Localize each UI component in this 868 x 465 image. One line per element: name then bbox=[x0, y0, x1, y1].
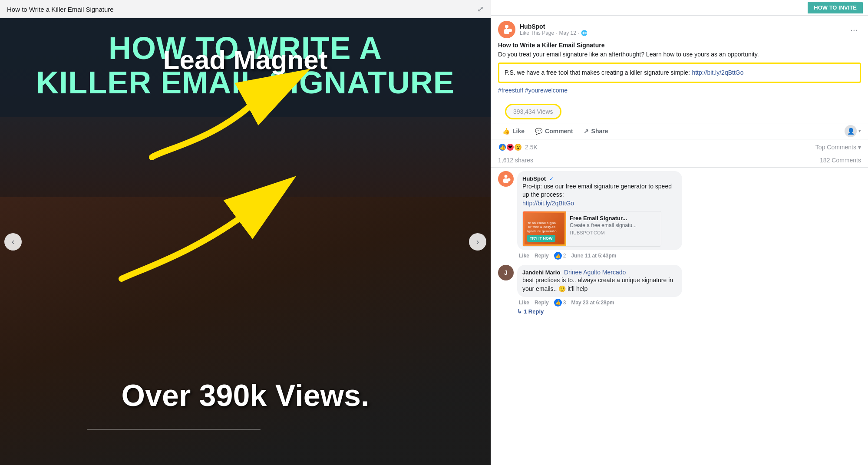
comments-count[interactable]: 182 Comments bbox=[820, 157, 861, 164]
jandehl-comment-date: May 23 at 6:28pm bbox=[571, 300, 614, 306]
viewer-dropdown[interactable]: ▾ bbox=[858, 128, 861, 134]
ps-box: P.S. we have a free tool that makes crea… bbox=[498, 63, 861, 83]
link-preview-img-inner: te an email signa ur free & easy-to igna… bbox=[525, 213, 564, 244]
tagged-user[interactable]: Drinee Agulto Mercado bbox=[564, 269, 626, 276]
hashtags: #freestuff #yourewelcome bbox=[498, 86, 861, 94]
like-reaction: 👍 bbox=[498, 143, 507, 152]
author-meta: Like This Page · May 12 · 🌐 bbox=[520, 30, 587, 36]
reply-section: ↳ 1 Reply bbox=[517, 308, 861, 315]
shares-count[interactable]: 1,612 shares bbox=[498, 157, 533, 164]
views-area: 393,434 Views bbox=[491, 99, 868, 123]
like-reaction-small: 👍 bbox=[554, 252, 562, 260]
hubspot-comment-reactions: 👍 2 bbox=[554, 252, 566, 260]
post-content: How to Write a Killer Email Signature Do… bbox=[491, 42, 868, 99]
how-to-invite-button[interactable]: HOW TO INVITE bbox=[808, 2, 863, 13]
overlay-views: Over 390k Views. bbox=[122, 378, 370, 413]
jandehl-like-btn[interactable]: Like bbox=[519, 300, 529, 306]
hubspot-comment-link[interactable]: http://bit.ly/2qBttGo bbox=[522, 200, 574, 207]
jandehl-comment-reactions: 👍 3 bbox=[554, 299, 566, 307]
reply-count-label: 1 Reply bbox=[524, 308, 544, 315]
like-this-page[interactable]: Like This Page bbox=[520, 30, 554, 36]
love-reaction: ❤ bbox=[506, 143, 515, 152]
jandehl-comment-text: best practices is to.. always create a u… bbox=[522, 276, 677, 293]
wow-reaction: 😮 bbox=[514, 143, 522, 152]
privacy-icon: 🌐 bbox=[581, 30, 587, 36]
link-preview-desc: Create a free email signatu... bbox=[570, 222, 657, 228]
hashtag-text[interactable]: #freestuff #yourewelcome bbox=[498, 87, 568, 94]
views-count: 393,434 Views bbox=[513, 108, 553, 115]
more-options-button[interactable]: ··· bbox=[847, 23, 861, 36]
expand-icon[interactable]: ⤢ bbox=[477, 4, 484, 14]
comment-icon: 💬 bbox=[535, 128, 542, 135]
svg-line-6 bbox=[509, 29, 510, 30]
post-body: Do you treat your email signature like a… bbox=[498, 50, 861, 59]
link-preview-domain: HUBSPOT.COM bbox=[570, 230, 657, 235]
jandehl-reaction-count: 3 bbox=[563, 300, 566, 306]
reaction-count-text: 2.5K bbox=[525, 144, 538, 151]
reaction-icons: 👍 ❤ 😮 bbox=[498, 143, 522, 152]
post-author-info: HubSpot Like This Page · May 12 · 🌐 bbox=[498, 21, 587, 38]
hubspot-comment-bubble: HubSpot ✓ Pro-tip: use our free email si… bbox=[517, 171, 682, 251]
author-name[interactable]: HubSpot bbox=[520, 23, 587, 30]
share-button[interactable]: ↗ Share bbox=[579, 125, 613, 137]
hubspot-comment-avatar bbox=[498, 171, 514, 187]
hubspot-comment-text: Pro-tip: use our free email signature ge… bbox=[522, 182, 677, 208]
reaction-counts: 👍 ❤ 😮 2.5K bbox=[498, 143, 538, 152]
stats-row: 1,612 shares 182 Comments bbox=[491, 155, 868, 167]
keyboard-highlight bbox=[87, 429, 261, 430]
hubspot-comment-content: HubSpot ✓ Pro-tip: use our free email si… bbox=[517, 171, 682, 260]
views-counter: 393,434 Views bbox=[505, 104, 561, 119]
like-button[interactable]: 👍 Like bbox=[498, 125, 529, 137]
hubspot-comment-date: June 11 at 5:43pm bbox=[571, 253, 616, 259]
link-preview-text: Free Email Signatur... Create a free ema… bbox=[566, 211, 661, 246]
hubspot-comment-meta: Like Reply 👍 2 June 11 at 5:43pm bbox=[517, 252, 682, 260]
share-icon: ↗ bbox=[584, 128, 589, 135]
video-panel: How to Write a Killer Email Signature ⤢ … bbox=[0, 0, 491, 465]
link-preview-image: te an email signa ur free & easy-to igna… bbox=[523, 211, 566, 246]
like-icon: 👍 bbox=[502, 128, 510, 135]
viewer-avatar: 👤 bbox=[845, 125, 857, 137]
preview-img-text: te an email signa ur free & easy-to igna… bbox=[527, 221, 557, 234]
reply-arrow-icon: ↳ bbox=[517, 308, 522, 315]
fb-top-bar: HOW TO INVITE bbox=[491, 0, 868, 16]
hubspot-reaction-count: 2 bbox=[563, 253, 566, 259]
reply-toggle[interactable]: ↳ 1 Reply bbox=[517, 308, 861, 315]
link-preview-card[interactable]: te an email signa ur free & easy-to igna… bbox=[522, 211, 661, 247]
jandehl-reply-btn[interactable]: Reply bbox=[535, 300, 549, 306]
post-header: HubSpot Like This Page · May 12 · 🌐 ··· bbox=[491, 16, 868, 42]
comment-jandehl: J Jandehl Mario Drinee Agulto Mercado be… bbox=[498, 265, 861, 306]
comment-hubspot: HubSpot ✓ Pro-tip: use our free email si… bbox=[498, 171, 861, 260]
jandehl-comment-content: Jandehl Mario Drinee Agulto Mercado best… bbox=[517, 265, 682, 306]
action-bar: 👍 Like 💬 Comment ↗ Share 👤 ▾ bbox=[491, 123, 868, 139]
svg-point-3 bbox=[505, 25, 508, 28]
video-content: HOW TO WRITE A KILLER EMAIL SIGNATURE Le… bbox=[0, 18, 491, 465]
nav-arrow-right[interactable]: › bbox=[469, 233, 486, 251]
like-reaction-small-2: 👍 bbox=[554, 299, 562, 307]
comment-button[interactable]: 💬 Comment bbox=[531, 125, 578, 137]
ps-text: P.S. we have a free tool that makes crea… bbox=[505, 69, 690, 76]
hubspot-comment-author[interactable]: HubSpot bbox=[522, 175, 546, 182]
jandehl-author[interactable]: Jandehl Mario bbox=[522, 269, 560, 276]
hubspot-avatar bbox=[498, 21, 515, 38]
verified-badge: ✓ bbox=[549, 176, 554, 182]
link-preview-title: Free Email Signatur... bbox=[570, 215, 657, 221]
nav-arrow-left[interactable]: ‹ bbox=[4, 233, 22, 251]
hubspot-reply-btn[interactable]: Reply bbox=[535, 253, 549, 259]
hubspot-like-btn[interactable]: Like bbox=[519, 253, 529, 259]
fb-panel: HOW TO INVITE HubSpot Like This Page · M… bbox=[491, 0, 868, 465]
jandehl-avatar: J bbox=[498, 265, 514, 280]
overlay-lead-magnet: Lead Magnet bbox=[163, 44, 328, 75]
svg-point-8 bbox=[505, 175, 508, 178]
jandehl-comment-meta: Like Reply 👍 3 May 23 at 6:28pm bbox=[517, 299, 682, 307]
top-comments-toggle[interactable]: Top Comments ▾ bbox=[815, 144, 861, 151]
svg-point-9 bbox=[508, 178, 511, 181]
post-date: May 12 bbox=[559, 30, 576, 36]
video-title-bar: How to Write a Killer Email Signature ⤢ bbox=[0, 0, 491, 18]
author-details: HubSpot Like This Page · May 12 · 🌐 bbox=[520, 23, 587, 36]
video-title: How to Write a Killer Email Signature bbox=[7, 6, 114, 13]
jandehl-comment-bubble: Jandehl Mario Drinee Agulto Mercado best… bbox=[517, 265, 682, 297]
reactions-row: 👍 ❤ 😮 2.5K Top Comments ▾ bbox=[491, 139, 868, 155]
try-it-now-btn[interactable]: TRY IT NOW bbox=[527, 235, 555, 242]
keyboard-background bbox=[0, 197, 491, 465]
ps-link[interactable]: http://bit.ly/2qBttGo bbox=[692, 69, 743, 76]
